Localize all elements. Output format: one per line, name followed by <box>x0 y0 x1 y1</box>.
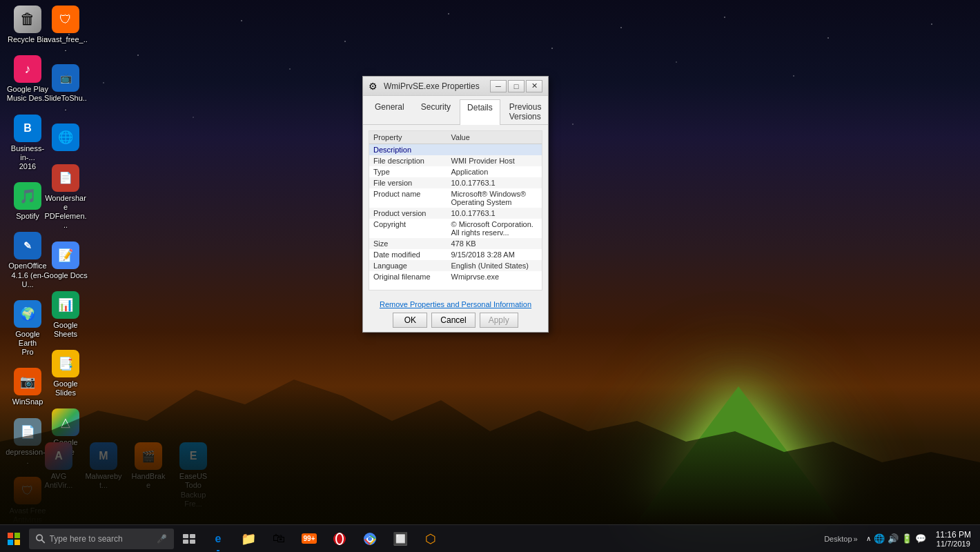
google-earth-icon: 🌍 <box>14 300 41 328</box>
section-label-description: Description <box>369 144 542 156</box>
malwarebytes-icon: M <box>90 442 117 470</box>
tab-details[interactable]: Details <box>460 99 500 125</box>
table-row: File version 10.0.17763.1 <box>369 177 542 188</box>
microphone-icon: 🎤 <box>157 534 167 544</box>
taskbar-app-unknown1[interactable]: 🔲 <box>385 525 415 553</box>
system-clock[interactable]: 11:16 PM 11/7/2019 <box>930 525 977 553</box>
avast-icon: 🛡 <box>52 6 79 33</box>
google-docs-icon: 📝 <box>52 241 79 269</box>
icon-google-sheets[interactable]: 📊 Google Sheets <box>41 289 90 341</box>
icon-google-docs[interactable]: 📝 Google Docs <box>41 239 90 282</box>
file-explorer-icon: 📁 <box>241 531 256 546</box>
start-button[interactable] <box>0 525 28 553</box>
icon-label-gslides: Google Slides <box>43 379 88 397</box>
apply-button[interactable]: Apply <box>480 313 518 328</box>
icon-wondershare[interactable]: 📄 WondersharePDFelemen... <box>41 162 90 233</box>
close-button[interactable]: ✕ <box>526 80 542 92</box>
network-icon[interactable]: 🌐 <box>874 533 885 544</box>
icon-label-wondershare: WondersharePDFelemen... <box>43 194 88 230</box>
icon-label-gdocs: Google Docs <box>43 271 88 280</box>
cancel-button[interactable]: Cancel <box>431 313 475 328</box>
ie-icon: 🌐 <box>52 124 79 151</box>
google-sheets-icon: 📊 <box>52 291 79 319</box>
opera-icon <box>333 532 346 546</box>
taskbar-opera[interactable] <box>324 525 355 553</box>
battery-icon[interactable]: 🔋 <box>901 533 912 544</box>
val-file-version: 10.0.17763.1 <box>447 177 542 188</box>
minimize-button[interactable]: ─ <box>490 80 507 92</box>
icon-ie[interactable]: 🌐 <box>41 121 90 155</box>
icon-malwarebytes[interactable]: M Malwarebyt... <box>83 440 124 511</box>
task-view-button[interactable] <box>175 525 203 553</box>
table-row: Type Application <box>369 166 542 177</box>
taskbar-file-explorer[interactable]: 📁 <box>233 525 264 553</box>
icon-label-gsheets: Google Sheets <box>43 321 88 339</box>
val-original-filename: Wmiprvse.exe <box>447 271 542 282</box>
wondershare-icon: 📄 <box>52 164 79 192</box>
icon-avg[interactable]: A AVGAntiVir... <box>38 440 79 511</box>
taskbar-chrome[interactable] <box>355 525 385 553</box>
ok-button[interactable]: OK <box>393 313 427 328</box>
taskbar-store[interactable]: 🛍 <box>264 525 294 553</box>
section-description: Description <box>369 144 542 156</box>
show-desktop-button[interactable] <box>977 525 980 553</box>
desktop-text: Desktop <box>824 535 852 543</box>
svg-rect-6 <box>183 534 188 538</box>
icon-label-spotify: Spotify <box>16 212 39 221</box>
taskbar-edge[interactable]: e <box>203 525 233 553</box>
val-date-modified: 9/15/2018 3:28 AM <box>447 249 542 260</box>
tab-security[interactable]: Security <box>413 99 458 124</box>
dialog-tabs: General Security Details Previous Versio… <box>363 96 548 125</box>
volume-icon[interactable]: 🔊 <box>888 533 899 544</box>
taskbar-badge-icon: 99+ <box>302 533 317 544</box>
notification-icon[interactable]: 💬 <box>915 533 926 544</box>
chevron-icon: » <box>854 535 858 543</box>
icon-handbrake[interactable]: 🎬 HandBrake <box>128 440 169 511</box>
store-icon: 🛍 <box>273 531 285 546</box>
icon-slidetoshu[interactable]: 📺 SlideToShu... <box>41 62 90 114</box>
edge-active-indicator <box>217 550 219 551</box>
prop-product-version: Product version <box>369 208 447 219</box>
spotify-icon: 🎵 <box>14 182 41 210</box>
clock-time: 11:16 PM <box>936 530 971 540</box>
svg-line-5 <box>41 540 44 542</box>
tab-previous-versions[interactable]: Previous Versions <box>502 99 549 124</box>
clock-date: 11/7/2019 <box>937 540 970 548</box>
prop-product-name: Product name <box>369 188 447 208</box>
google-drive-icon: △ <box>52 408 79 436</box>
search-input[interactable] <box>50 534 157 544</box>
svg-rect-1 <box>14 533 20 538</box>
icon-avast[interactable]: 🛡 avast_free_... <box>41 3 90 55</box>
winsnap-icon: 📷 <box>14 368 41 395</box>
desktop-bottom-icons: A AVGAntiVir... M Malwarebyt... 🎬 HandBr… <box>38 440 214 518</box>
remove-properties-link[interactable]: Remove Properties and Personal Informati… <box>367 300 544 308</box>
system-tray: ∧ 🌐 🔊 🔋 💬 <box>862 533 930 544</box>
table-row: Language English (United States) <box>369 260 542 271</box>
val-product-name: Microsoft® Windows® Operating System <box>447 188 542 208</box>
icon-label-slidetoshu: SlideToShu... <box>43 94 88 112</box>
dialog-titlebar: ⚙ WmiPrvSE.exe Properties ─ □ ✕ <box>363 77 548 96</box>
app-unknown1-icon: 🔲 <box>393 531 408 546</box>
val-product-version: 10.0.17763.1 <box>447 208 542 219</box>
icon-label-avast: avast_free_... <box>43 35 88 53</box>
edge-icon: e <box>215 533 222 545</box>
properties-dialog: ⚙ WmiPrvSE.exe Properties ─ □ ✕ General … <box>362 76 549 333</box>
col-header-value: Value <box>447 131 542 144</box>
task-view-icon <box>183 534 195 544</box>
dialog-controls: ─ □ ✕ <box>490 80 542 92</box>
desktop-label[interactable]: Desktop » <box>820 525 861 553</box>
icon-google-slides[interactable]: 📑 Google Slides <box>41 348 90 400</box>
app-unknown2-icon: ⬡ <box>425 531 436 546</box>
icon-easeus[interactable]: E EaseUS TodoBackup Fre... <box>173 440 214 511</box>
dialog-footer: Remove Properties and Personal Informati… <box>363 296 548 332</box>
taskbar-app-unknown2[interactable]: ⬡ <box>415 525 446 553</box>
taskbar-taskmgr[interactable]: 99+ <box>294 525 324 553</box>
maximize-button[interactable]: □ <box>508 80 525 92</box>
table-row: Copyright © Microsoft Corporation. All r… <box>369 219 542 238</box>
svg-rect-2 <box>8 540 13 545</box>
svg-rect-0 <box>8 533 13 538</box>
tab-general[interactable]: General <box>367 99 412 124</box>
taskbar-search-bar[interactable]: 🎤 <box>29 529 174 549</box>
easeus-icon: E <box>179 442 207 470</box>
up-arrow-icon[interactable]: ∧ <box>866 535 871 542</box>
